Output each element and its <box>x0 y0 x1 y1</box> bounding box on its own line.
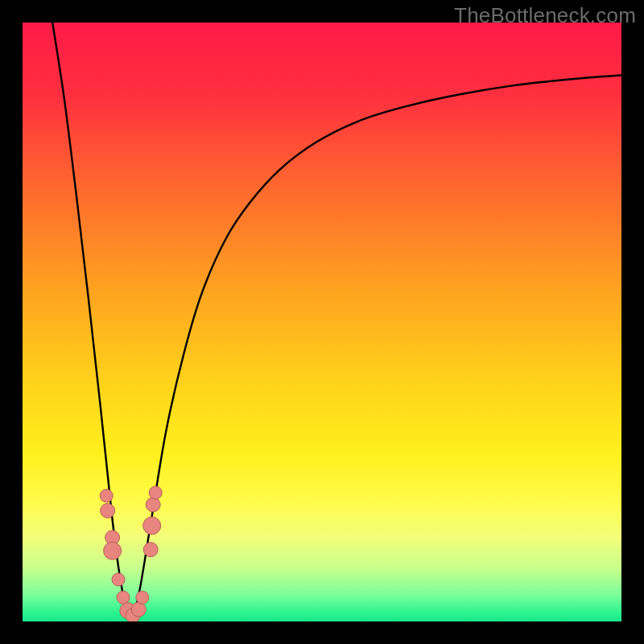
sample-dot <box>143 517 161 535</box>
sample-dot <box>104 542 122 559</box>
bottleneck-curve <box>52 23 621 621</box>
sample-dot <box>100 489 113 502</box>
sample-dot <box>117 591 130 604</box>
sample-dot <box>136 591 149 604</box>
sample-dot <box>131 602 146 617</box>
curve-layer <box>23 23 621 621</box>
chart-frame: TheBottleneck.com <box>0 0 644 644</box>
watermark-text: TheBottleneck.com <box>454 3 636 28</box>
sample-dot <box>112 573 125 586</box>
sample-dot <box>143 543 158 557</box>
plot-area <box>23 23 621 621</box>
sample-dots <box>100 486 162 621</box>
sample-dot <box>146 497 160 512</box>
sample-dot <box>149 486 162 499</box>
sample-dot <box>101 503 115 518</box>
